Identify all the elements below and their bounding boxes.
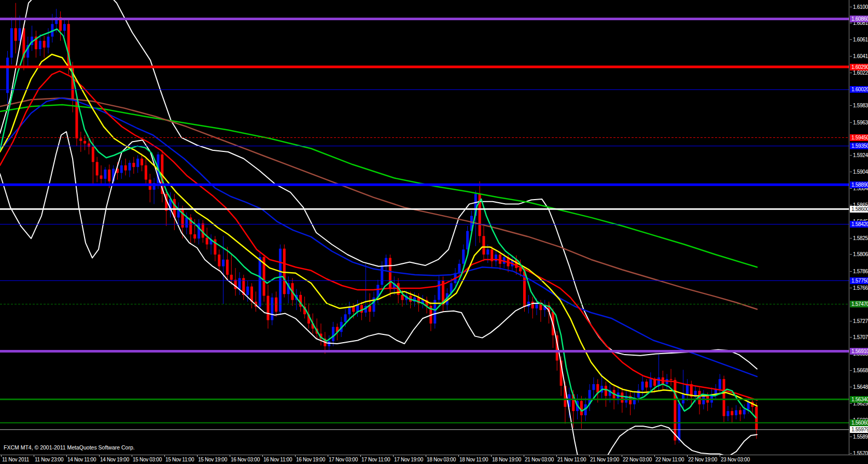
time-tick-mark: [524, 455, 524, 457]
price-tick-mark: [850, 288, 852, 288]
price-level-tag: 1.58600: [850, 206, 868, 213]
price-tick-mark: [850, 105, 852, 106]
time-label: 18 Nov 19:00: [492, 457, 521, 462]
price-tick-label: 1.57075: [853, 334, 868, 341]
price-tick-mark: [850, 453, 852, 454]
time-label: 22 Nov 03:00: [623, 457, 652, 462]
time-label: 16 Nov 19:00: [296, 457, 325, 462]
time-label: 14 Nov 19:00: [100, 457, 129, 462]
time-label: 21 Nov 03:00: [525, 457, 554, 462]
time-tick-mark: [262, 455, 263, 457]
time-tick-mark: [426, 455, 426, 457]
price-level-tag: 1.57750: [850, 277, 868, 284]
price-tick-mark: [850, 73, 852, 73]
price-tick-mark: [850, 370, 852, 371]
price-tick-label: 1.56485: [853, 384, 868, 390]
candles-group: [6, 3, 758, 445]
time-tick-mark: [458, 455, 459, 457]
time-tick-mark: [132, 455, 132, 457]
time-label: 15 Nov 03:00: [133, 457, 162, 462]
chart-canvas[interactable]: [0, 0, 849, 455]
price-tick-mark: [850, 122, 852, 123]
price-tick-mark: [850, 155, 852, 156]
price-tick-mark: [850, 271, 852, 272]
time-label: 14 Nov 11:00: [67, 457, 96, 462]
time-tick-mark: [164, 455, 165, 457]
price-tick-label: 1.60415: [853, 53, 868, 60]
price-level-tag: 1.55979: [850, 426, 868, 433]
time-tick-mark: [360, 455, 361, 457]
price-tick-mark: [850, 172, 852, 172]
price-level-tag: 1.56340: [850, 396, 868, 403]
time-tick-mark: [491, 455, 492, 457]
time-label: 15 Nov 11:00: [165, 457, 194, 462]
time-label: 16 Nov 03:00: [231, 457, 260, 462]
time-tick-mark: [589, 455, 590, 457]
ma-fast-springgreen-line: [0, 29, 756, 418]
price-level-tag: 1.56910: [850, 348, 868, 355]
price-level-tag: 1.60020: [850, 86, 868, 93]
price-tick-mark: [850, 403, 852, 404]
price-tick-mark: [850, 437, 852, 437]
price-tick-label: 1.59630: [853, 119, 868, 126]
price-level-tag: 1.59450: [850, 134, 868, 141]
copyright-text: FXCM MT4, © 2001-2011 MetaQuotes Softwar…: [4, 444, 135, 451]
time-label: 11 Nov 2011: [2, 457, 29, 462]
time-tick-mark: [66, 455, 67, 457]
ma-brown-line: [0, 98, 757, 309]
price-tick-mark: [850, 387, 852, 387]
price-level-tag: 1.58420: [850, 221, 868, 228]
time-label: 22 Nov 19:00: [688, 457, 717, 462]
price-tick-label: 1.55895: [853, 433, 868, 440]
price-tick-label: 1.60615: [853, 36, 868, 43]
price-tick-label: 1.58060: [853, 251, 868, 258]
price-tick-mark: [850, 321, 852, 321]
price-axis: 1.610051.608101.606151.604151.602201.598…: [849, 0, 868, 455]
price-tick-label: 1.59830: [853, 102, 868, 109]
price-tick-mark: [850, 254, 852, 255]
time-tick-mark: [556, 455, 557, 457]
time-axis: 11 Nov 201111 Nov 23:0014 Nov 11:0014 No…: [0, 455, 868, 464]
time-tick-mark: [230, 455, 230, 457]
time-tick-mark: [393, 455, 394, 457]
price-tick-mark: [850, 188, 852, 189]
price-tick-mark: [850, 337, 852, 338]
mt4-chart-window: FXCM MT4, © 2001-2011 MetaQuotes Softwar…: [0, 0, 868, 464]
time-label: 21 Nov 11:00: [557, 457, 586, 462]
time-label: 17 Nov 11:00: [361, 457, 390, 462]
price-tick-label: 1.58255: [853, 235, 868, 242]
price-tick-label: 1.59240: [853, 152, 868, 159]
time-label: 21 Nov 19:00: [590, 457, 619, 462]
time-tick-mark: [654, 455, 655, 457]
ma-blue-line: [0, 98, 757, 376]
price-tick-label: 1.61005: [853, 4, 868, 10]
price-tick-mark: [850, 56, 852, 57]
price-level-tag: 1.58890: [850, 181, 868, 188]
price-tick-label: 1.56680: [853, 367, 868, 374]
time-tick-mark: [687, 455, 688, 457]
price-tick-label: 1.57860: [853, 268, 868, 275]
time-label: 17 Nov 03:00: [329, 457, 358, 462]
time-tick-mark: [1, 455, 2, 457]
time-tick-mark: [99, 455, 100, 457]
price-tick-mark: [850, 238, 852, 238]
price-tick-label: 1.60220: [853, 69, 868, 76]
price-tick-label: 1.57270: [853, 318, 868, 325]
time-label: 16 Nov 11:00: [263, 457, 292, 462]
time-tick-mark: [295, 455, 296, 457]
price-tick-mark: [850, 7, 852, 7]
ma-yellow-line: [0, 54, 757, 406]
price-level-tag: 1.57470: [850, 301, 868, 307]
time-label: 15 Nov 19:00: [198, 457, 227, 462]
time-tick-mark: [34, 455, 34, 457]
time-tick-mark: [720, 455, 720, 457]
price-level-tag: 1.60290: [850, 64, 868, 71]
time-label: 18 Nov 11:00: [459, 457, 488, 462]
time-label: 18 Nov 03:00: [427, 457, 456, 462]
price-level-tag: 1.59350: [850, 143, 868, 149]
time-label: 23 Nov 03:00: [721, 457, 750, 462]
price-tick-label: 1.59040: [853, 168, 868, 175]
time-tick-mark: [197, 455, 198, 457]
time-label: 17 Nov 19:00: [394, 457, 423, 462]
price-level-tag: 1.56060: [850, 419, 868, 426]
